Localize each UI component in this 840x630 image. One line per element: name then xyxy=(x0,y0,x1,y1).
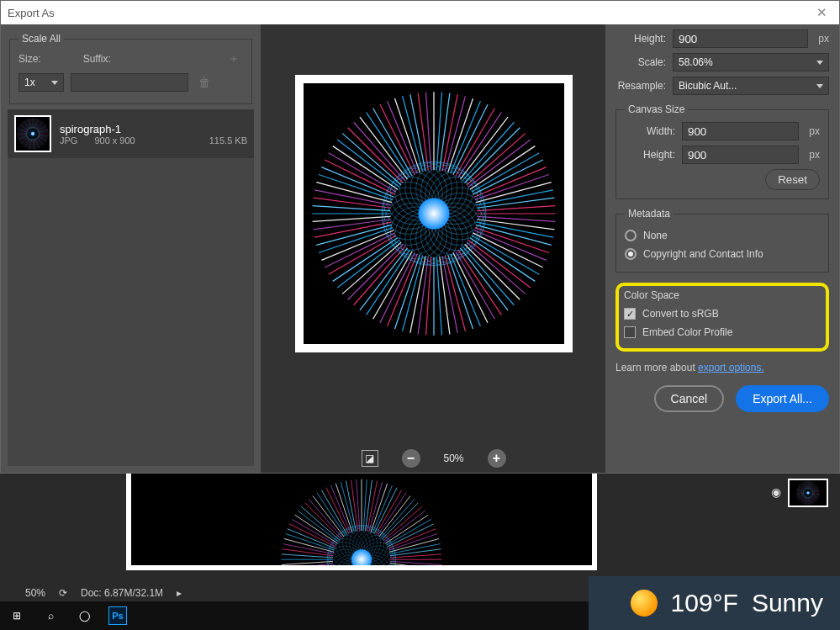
asset-row[interactable]: spirograph-1 JPG 900 x 900 115.5 KB xyxy=(8,109,254,158)
color-space-legend: Color Space xyxy=(624,289,821,304)
svg-line-295 xyxy=(18,136,28,140)
svg-line-320 xyxy=(27,119,31,129)
suffix-label: Suffix: xyxy=(83,53,111,65)
zoom-out-button[interactable]: − xyxy=(401,449,420,468)
svg-line-387 xyxy=(473,230,546,261)
svg-line-435 xyxy=(321,167,394,198)
svg-line-343 xyxy=(38,127,47,131)
asset-thumbnail[interactable] xyxy=(14,115,51,152)
cancel-button[interactable]: Cancel xyxy=(654,385,725,412)
export-as-dialog: Export As ✕ Scale All Size: Suffix: ＋ 1x xyxy=(0,0,840,474)
canvas-zoom-readout: 50% xyxy=(25,587,45,599)
export-all-button[interactable]: Export All... xyxy=(736,385,829,412)
canvas-width-input[interactable] xyxy=(682,122,799,140)
canvas-height-input[interactable] xyxy=(682,146,799,164)
image-height-unit: px xyxy=(818,33,829,45)
checkbox-icon xyxy=(624,326,636,338)
cortana-icon[interactable]: ◯ xyxy=(67,601,101,630)
layer-visibility-icon[interactable]: ◉ xyxy=(771,485,781,499)
image-height-input[interactable] xyxy=(673,29,808,48)
right-panel: Height: px Scale: 58.06% Resample: Bicub… xyxy=(605,24,839,473)
scale-select[interactable]: 58.06% xyxy=(673,53,829,71)
metadata-none-option[interactable]: None xyxy=(625,226,820,245)
svg-line-272 xyxy=(35,139,40,148)
svg-line-55 xyxy=(289,524,335,547)
canvas-height-label: Height: xyxy=(625,149,675,161)
close-icon[interactable]: ✕ xyxy=(811,5,832,20)
search-icon[interactable]: ⌕ xyxy=(34,601,67,630)
preview-art xyxy=(304,83,564,344)
resample-select[interactable]: Bicubic Aut... xyxy=(673,77,829,95)
svg-line-399 xyxy=(450,254,480,326)
zoom-level: 50% xyxy=(443,453,463,464)
canvas-art-partial xyxy=(131,474,592,565)
svg-line-471 xyxy=(473,167,546,198)
metadata-group: Metadata None Copyright and Contact Info xyxy=(615,208,829,273)
svg-line-182 xyxy=(797,488,804,491)
svg-line-65 xyxy=(326,488,349,534)
start-icon[interactable]: ⊞ xyxy=(0,601,34,630)
svg-line-284 xyxy=(27,139,31,148)
svg-line-134 xyxy=(811,495,818,498)
weather-widget[interactable]: 109°F Sunny xyxy=(589,576,840,630)
add-size-icon[interactable]: ＋ xyxy=(225,51,243,66)
svg-point-507 xyxy=(418,198,449,229)
svg-line-78 xyxy=(372,485,392,533)
left-panel: Scale All Size: Suffix: ＋ 1x 🗑 xyxy=(1,24,262,473)
svg-line-388 xyxy=(473,233,542,267)
svg-line-169 xyxy=(797,495,804,497)
asset-thumb-art xyxy=(16,117,50,151)
canvas-stage xyxy=(126,474,597,570)
titlebar[interactable]: Export As ✕ xyxy=(1,1,839,24)
svg-line-460 xyxy=(452,104,487,174)
svg-line-261 xyxy=(38,136,47,140)
svg-line-66 xyxy=(331,485,351,533)
export-options-link[interactable]: export options. xyxy=(698,362,764,373)
taskbar-app-photoshop[interactable]: Ps xyxy=(101,601,135,630)
trash-icon[interactable]: 🗑 xyxy=(195,76,214,89)
preview-image xyxy=(295,75,573,352)
embed-profile-option[interactable]: Embed Color Profile xyxy=(624,323,821,341)
scale-all-legend: Scale All xyxy=(18,33,64,45)
radio-icon xyxy=(625,248,637,260)
svg-line-398 xyxy=(452,252,487,322)
asset-list: spirograph-1 JPG 900 x 900 115.5 KB xyxy=(8,109,254,466)
checkbox-icon: ✓ xyxy=(624,308,636,320)
svg-line-308 xyxy=(18,128,28,132)
svg-line-459 xyxy=(450,101,480,173)
footer-buttons: Cancel Export All... xyxy=(615,380,829,412)
svg-line-271 xyxy=(35,139,40,148)
layer-thumbnail[interactable] xyxy=(788,479,828,507)
resample-label: Resample: xyxy=(615,80,666,92)
svg-line-470 xyxy=(473,160,542,194)
size-select[interactable]: 1x xyxy=(18,73,64,92)
svg-line-144 xyxy=(810,496,813,503)
svg-line-192 xyxy=(803,482,806,489)
canvas-width-label: Width: xyxy=(625,125,675,137)
suffix-input[interactable] xyxy=(71,73,188,92)
weather-temp: 109°F xyxy=(671,589,738,617)
reset-button[interactable]: Reset xyxy=(765,169,820,190)
svg-line-79 xyxy=(374,488,397,534)
color-space-group: Color Space ✓ Convert to sRGB Embed Colo… xyxy=(624,289,821,341)
svg-line-217 xyxy=(812,489,819,491)
zoom-in-button[interactable]: + xyxy=(488,449,506,468)
svg-line-423 xyxy=(321,230,394,261)
svg-point-380 xyxy=(31,132,35,136)
convert-srgb-option[interactable]: ✓ Convert to sRGB xyxy=(624,304,821,323)
svg-line-447 xyxy=(387,101,417,173)
svg-line-344 xyxy=(38,128,47,132)
radio-icon xyxy=(625,230,637,241)
size-label: Size: xyxy=(18,53,41,65)
metadata-copyright-option[interactable]: Copyright and Contact Info xyxy=(625,245,820,263)
asset-filesize: 115.5 KB xyxy=(209,135,247,146)
canvas-size-group: Canvas Size Width: px Height: px Reset xyxy=(615,103,829,199)
svg-line-319 xyxy=(26,119,30,129)
two-up-icon[interactable]: ◪ xyxy=(361,450,378,467)
asset-meta: spirograph-1 JPG 900 x 900 115.5 KB xyxy=(60,123,247,146)
svg-line-205 xyxy=(810,482,812,489)
doc-size-readout: Doc: 6.87M/32.1M xyxy=(81,587,163,599)
asset-dimensions: 900 x 900 xyxy=(94,135,135,146)
scale-all-group: Scale All Size: Suffix: ＋ 1x 🗑 xyxy=(9,33,252,104)
svg-line-168 xyxy=(797,495,804,498)
